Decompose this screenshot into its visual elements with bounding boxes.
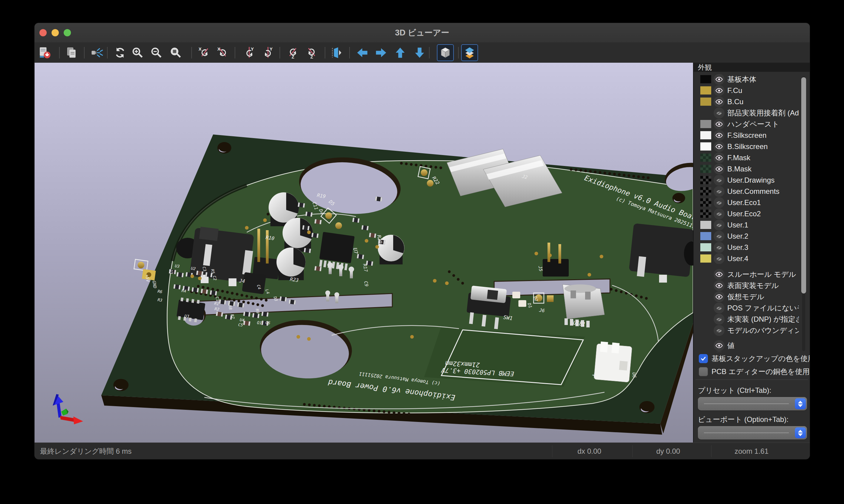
model-option-row[interactable]: POS ファイルにないモデル xyxy=(694,302,810,313)
layer-color-swatch[interactable] xyxy=(700,142,711,150)
rotate-z-ccw-button[interactable]: Z xyxy=(303,44,320,61)
orthographic-projection-button[interactable] xyxy=(437,44,454,61)
render-option-row[interactable]: 値 xyxy=(694,340,810,351)
visibility-on-icon[interactable] xyxy=(713,291,725,302)
layers-icon xyxy=(463,46,476,59)
layer-color-swatch[interactable] xyxy=(700,131,711,139)
checkbox-unchecked-icon[interactable] xyxy=(699,367,708,376)
visibility-off-icon[interactable] xyxy=(713,314,725,325)
layer-color-swatch[interactable] xyxy=(700,232,711,240)
layer-row[interactable]: F.Cu xyxy=(694,85,810,96)
visibility-off-icon[interactable] xyxy=(713,186,725,197)
titlebar[interactable]: 3D ビューアー xyxy=(35,23,810,43)
layer-row[interactable]: ハンダペースト xyxy=(694,119,810,130)
visibility-on-icon[interactable] xyxy=(713,119,725,130)
visibility-off-icon[interactable] xyxy=(713,175,725,186)
visibility-off-icon[interactable] xyxy=(713,231,725,242)
redraw-button[interactable] xyxy=(111,44,128,61)
visibility-on-icon[interactable] xyxy=(713,152,725,163)
layer-color-swatch[interactable] xyxy=(700,187,711,195)
render-view-button[interactable] xyxy=(88,44,105,61)
layer-row[interactable]: User.Eco1 xyxy=(694,197,810,208)
layer-color-swatch[interactable] xyxy=(700,154,711,162)
visibility-on-icon[interactable] xyxy=(713,141,725,152)
visibility-on-icon[interactable] xyxy=(713,130,725,141)
sidebar-scrollbar[interactable] xyxy=(802,76,805,351)
model-option-row[interactable]: スルーホール モデル xyxy=(694,269,810,280)
visibility-off-icon[interactable] xyxy=(713,197,725,208)
model-option-row[interactable]: 未実装 (DNP) が指定された xyxy=(694,313,810,325)
copy-image-button[interactable] xyxy=(63,44,80,61)
visibility-off-icon[interactable] xyxy=(713,253,725,264)
visibility-off-icon[interactable] xyxy=(713,242,725,253)
stepper-icon[interactable] xyxy=(795,427,806,438)
preset-dropdown[interactable] xyxy=(698,397,807,410)
move-up-button[interactable] xyxy=(392,44,409,61)
visibility-off-icon[interactable] xyxy=(713,209,725,219)
model-option-row[interactable]: 表面実装モデル xyxy=(694,280,810,291)
visibility-on-icon[interactable] xyxy=(713,85,725,96)
rotate-z-cw-button[interactable]: Z xyxy=(285,44,302,61)
rotate-x-ccw-button[interactable]: X xyxy=(214,44,231,61)
model-option-row[interactable]: モデルのバウンディングボックス xyxy=(694,325,810,336)
layer-color-swatch[interactable] xyxy=(700,243,711,251)
appearance-panel-button[interactable] xyxy=(461,44,478,61)
layer-color-swatch[interactable] xyxy=(700,176,711,184)
visibility-on-icon[interactable] xyxy=(713,280,725,291)
layer-color-swatch[interactable] xyxy=(700,254,711,263)
reload-board-button[interactable] xyxy=(36,44,53,61)
checkbox-pcb-copper-colors[interactable]: PCB エディターの銅色を使用 xyxy=(699,367,809,377)
zoom-out-button[interactable] xyxy=(148,44,165,61)
visibility-on-icon[interactable] xyxy=(713,164,725,175)
visibility-on-icon[interactable] xyxy=(713,269,725,280)
visibility-on-icon[interactable] xyxy=(713,340,725,351)
layer-row[interactable]: User.Comments xyxy=(694,186,810,197)
move-down-button[interactable] xyxy=(411,44,428,61)
layer-color-swatch[interactable] xyxy=(700,165,711,173)
visibility-off-icon[interactable] xyxy=(713,325,725,336)
layer-color-swatch[interactable] xyxy=(700,75,711,83)
layer-row[interactable]: B.Mask xyxy=(694,163,810,175)
layer-row[interactable]: User.Eco2 xyxy=(694,208,810,219)
layer-row[interactable]: F.Silkscreen xyxy=(694,130,810,141)
checkbox-stackup-colors[interactable]: 基板スタックアップの色を使用 xyxy=(699,354,810,363)
layer-color-swatch[interactable] xyxy=(700,198,711,206)
move-right-button[interactable] xyxy=(373,44,390,61)
3d-viewport[interactable]: Exidiophone v6.0 Audio Board (c) Tomoya … xyxy=(35,63,694,443)
layer-row[interactable]: User.1 xyxy=(694,219,810,231)
stepper-icon[interactable] xyxy=(795,398,806,409)
layer-row[interactable]: B.Silkscreen xyxy=(694,141,810,152)
viewport-dropdown[interactable] xyxy=(698,426,807,439)
visibility-off-icon[interactable] xyxy=(713,220,725,231)
layer-row[interactable]: F.Mask xyxy=(694,152,810,163)
flip-board-button[interactable] xyxy=(328,44,345,61)
layer-color-swatch[interactable] xyxy=(700,221,711,229)
model-option-row[interactable]: 仮想モデル xyxy=(694,291,810,302)
render-option-row[interactable] xyxy=(694,351,810,352)
layer-row[interactable]: User.4 xyxy=(694,253,810,264)
checkbox-checked-icon[interactable] xyxy=(699,354,708,363)
visibility-on-icon[interactable] xyxy=(713,74,725,85)
layer-row[interactable]: User.2 xyxy=(694,231,810,242)
layer-row[interactable]: 基板本体 xyxy=(694,74,810,85)
zoom-in-button[interactable] xyxy=(129,44,146,61)
visibility-off-icon[interactable] xyxy=(713,303,725,313)
layer-color-swatch[interactable] xyxy=(700,210,711,218)
visibility-on-icon[interactable] xyxy=(713,96,725,107)
scrollbar-thumb[interactable] xyxy=(801,77,806,293)
layer-row[interactable]: User.3 xyxy=(694,242,810,253)
zoom-to-fit-button[interactable] xyxy=(167,44,184,61)
layer-row[interactable]: B.Cu xyxy=(694,96,810,107)
flip-board-icon xyxy=(330,46,343,59)
visibility-on-icon[interactable] xyxy=(713,352,725,353)
visibility-off-icon[interactable] xyxy=(713,108,725,119)
layer-color-swatch[interactable] xyxy=(700,86,711,94)
layer-row[interactable]: 部品実装用接着剤 (Adhesive) xyxy=(694,107,810,119)
move-left-button[interactable] xyxy=(354,44,371,61)
rotate-y-cw-button[interactable]: Y xyxy=(241,44,258,61)
layer-row[interactable]: User.Drawings xyxy=(694,175,810,186)
rotate-y-ccw-button[interactable]: Y xyxy=(259,44,276,61)
layer-color-swatch[interactable] xyxy=(700,97,711,106)
layer-color-swatch[interactable] xyxy=(700,120,711,128)
rotate-x-cw-button[interactable]: X xyxy=(196,44,213,61)
